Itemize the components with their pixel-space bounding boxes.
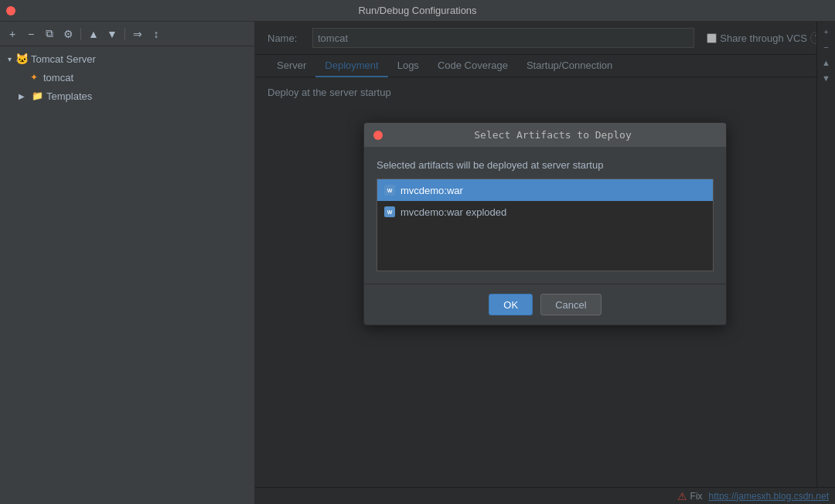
dialog-footer: OK Cancel (364, 284, 726, 325)
tree-item-tomcat[interactable]: ✦ tomcat (0, 68, 254, 87)
dialog-title-bar: Select Artifacts to Deploy (364, 123, 726, 147)
remove-config-button[interactable]: − (23, 26, 39, 42)
main-layout: + − ⧉ ⚙ ▲ ▼ ⇒ ↕ ▾ 🐱 Tomcat Server ✦ tomc… (0, 22, 835, 504)
tree-arrow-templates: ▶ (15, 90, 28, 102)
war-exploded-icon: W (383, 206, 396, 218)
right-panel: Name: Share through VCS ? Server Deploym… (255, 22, 835, 504)
tree-arrow-tomcat: ▾ (3, 53, 15, 65)
tomcat-server-label: Tomcat Server (31, 53, 96, 65)
templates-label: Templates (46, 90, 92, 102)
add-config-button[interactable]: + (5, 26, 20, 42)
title-bar: Run/Debug Configurations (0, 0, 835, 22)
cancel-button[interactable]: Cancel (540, 294, 601, 315)
ok-button[interactable]: OK (489, 294, 533, 315)
artifact-list: W mvcdemo:war W mvcdemo:war exploded (377, 179, 714, 271)
toolbar-sep-1 (80, 28, 81, 40)
artifact-item-war-exploded[interactable]: W mvcdemo:war exploded (377, 201, 713, 223)
move-down-button[interactable]: ▼ (104, 26, 120, 42)
tree-item-templates[interactable]: ▶ 📁 Templates (0, 87, 254, 105)
dialog-traffic-light (373, 131, 383, 140)
artifact-label-war: mvcdemo:war (400, 185, 463, 196)
dialog-subtitle: Selected artifacts will be deployed at s… (377, 159, 714, 171)
dialog-body: Selected artifacts will be deployed at s… (364, 147, 726, 284)
war-icon: W (383, 184, 396, 196)
sort-button[interactable]: ↕ (148, 26, 164, 42)
artifact-label-war-exploded: mvcdemo:war exploded (400, 206, 506, 218)
artifact-dialog: Select Artifacts to Deploy Selected arti… (363, 122, 727, 325)
dialog-title: Select Artifacts to Deploy (389, 129, 717, 141)
tomcat-child-label: tomcat (43, 72, 73, 83)
move-up-button[interactable]: ▲ (86, 26, 101, 42)
sidebar: + − ⧉ ⚙ ▲ ▼ ⇒ ↕ ▾ 🐱 Tomcat Server ✦ tomc… (0, 22, 255, 504)
sidebar-tree: ▾ 🐱 Tomcat Server ✦ tomcat ▶ 📁 Templates (0, 46, 254, 504)
copy-config-button[interactable]: ⧉ (42, 26, 57, 42)
traffic-light-close[interactable] (6, 6, 15, 15)
move-config-button[interactable]: ⇒ (130, 26, 145, 42)
dialog-overlay: Select Artifacts to Deploy Selected arti… (255, 22, 835, 504)
templates-icon: 📁 (31, 90, 43, 102)
settings-button[interactable]: ⚙ (60, 26, 76, 42)
tree-group-tomcat[interactable]: ▾ 🐱 Tomcat Server (0, 49, 254, 68)
tomcat-server-icon: 🐱 (15, 53, 28, 65)
toolbar-sep-2 (124, 28, 125, 40)
sidebar-toolbar: + − ⧉ ⚙ ▲ ▼ ⇒ ↕ (0, 22, 254, 46)
tomcat-child-icon: ✦ (28, 71, 40, 83)
window-title: Run/Debug Configurations (358, 5, 476, 16)
artifact-item-war[interactable]: W mvcdemo:war (377, 179, 713, 201)
